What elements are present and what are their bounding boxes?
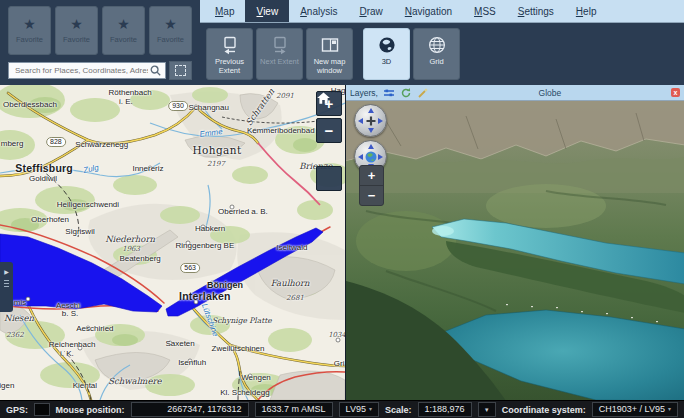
arrow-left-icon [358, 118, 363, 124]
ribbon: Previous ExtentNext ExtentNew map window… [200, 23, 684, 85]
tab-navigation[interactable]: Navigation [394, 0, 463, 22]
tab-view[interactable]: View [245, 0, 289, 22]
previous-extent-icon [220, 34, 240, 55]
select-extent-button[interactable] [169, 61, 192, 80]
ribbon-button-grid[interactable]: Grid [413, 28, 460, 80]
star-icon: ★ [164, 18, 177, 31]
arrow-right-icon [378, 118, 383, 124]
refresh-icon[interactable] [400, 87, 412, 99]
gps-label: GPS: [6, 405, 28, 415]
ribbon-button-previous-extent[interactable]: Previous Extent [206, 28, 253, 80]
topbar: ★Favorite★Favorite★Favorite★Favorite Map… [0, 0, 684, 85]
globe-panel: Layers, Globe x [345, 85, 684, 400]
favorites-row: ★Favorite★Favorite★Favorite★Favorite [8, 6, 192, 55]
panel-handle[interactable]: ▶ [0, 262, 13, 312]
statusbar: GPS: Mouse position: 2667347, 1176312 16… [0, 400, 684, 418]
search-icon[interactable] [150, 65, 161, 76]
ribbon-button-label: 3D [382, 57, 392, 66]
tab-draw[interactable]: Draw [348, 0, 393, 22]
next-extent-icon [270, 34, 290, 55]
app-window: ★Favorite★Favorite★Favorite★Favorite Map… [0, 0, 684, 418]
ribbon-button-3d[interactable]: 3D [363, 28, 410, 80]
globe-zoom-in-button[interactable]: + [360, 166, 383, 185]
favorite-button-3[interactable]: ★Favorite [102, 6, 145, 55]
arrow-right-icon: ▶ [4, 269, 9, 275]
arrow-up-icon [368, 144, 374, 149]
search-box [8, 62, 166, 79]
home-button[interactable] [316, 166, 342, 191]
globe-grid-icon [427, 34, 447, 55]
close-button[interactable]: x [671, 88, 680, 97]
zoom-out-button[interactable]: − [316, 118, 342, 143]
arrow-left-icon [358, 154, 363, 160]
tab-mss[interactable]: MSS [463, 0, 507, 22]
panel-handle-ticks [4, 280, 9, 287]
globe-3d-canvas [346, 101, 684, 400]
star-icon: ★ [23, 18, 36, 31]
mouse-position-label: Mouse position: [56, 405, 125, 415]
globe-3d-view[interactable]: + − [346, 101, 684, 400]
ribbon-button-label: Previous Extent [207, 57, 252, 76]
chevron-down-icon: ▾ [668, 404, 671, 415]
favorite-button-2[interactable]: ★Favorite [55, 6, 98, 55]
favorite-label: Favorite [157, 35, 184, 44]
tab-map[interactable]: Map [204, 0, 245, 22]
favorite-label: Favorite [16, 35, 43, 44]
scale-dropdown-button[interactable]: ▼ [478, 402, 496, 417]
main-area: OberdiessbachRöthenbachi. E.930Schangnau… [0, 85, 684, 400]
pan-cross-icon [365, 115, 376, 126]
map-2d-canvas [0, 85, 345, 400]
globe-title: Globe [434, 88, 666, 98]
map-2d-view[interactable]: OberdiessbachRöthenbachi. E.930Schangnau… [0, 85, 345, 400]
tab-help[interactable]: Help [565, 0, 608, 22]
elevation-value: 1633.7 m AMSL [255, 402, 333, 417]
globe-header: Layers, Globe x [346, 85, 684, 101]
scale-value[interactable]: 1:188,976 [418, 402, 472, 417]
ribbon-button-label: Next Extent [260, 57, 299, 66]
ribbon-button-label: New map window [307, 57, 352, 76]
ribbon-button-new-map-window[interactable]: New map window [306, 28, 353, 80]
mouse-position-value: 2667347, 1176312 [131, 402, 249, 417]
gps-indicator[interactable] [34, 403, 50, 416]
globe-zoom-out-button[interactable]: − [360, 185, 383, 205]
new-map-window-icon [320, 34, 340, 55]
layer-adjust-icon[interactable] [383, 88, 395, 98]
arrow-down-icon [368, 128, 374, 133]
select-extent-icon [175, 65, 186, 76]
chevron-down-icon: ▼ [484, 407, 490, 413]
globe-zoom-widget: + − [359, 165, 384, 206]
arrow-right-icon [378, 154, 383, 160]
nav-pan-knob[interactable] [354, 104, 387, 137]
coordinate-system-label: Coordinate system: [502, 405, 586, 415]
star-icon: ★ [117, 18, 130, 31]
favorites-panel: ★Favorite★Favorite★Favorite★Favorite [0, 0, 200, 85]
tab-analysis[interactable]: Analysis [289, 0, 348, 22]
arrow-up-icon [368, 108, 374, 113]
vertical-datum-select[interactable]: LV95▾ [339, 402, 379, 417]
globe-3d-icon [377, 34, 397, 55]
coordinate-system-select[interactable]: CH1903+ / LV95▾ [592, 402, 678, 417]
globe-icon [364, 150, 377, 163]
menubar: MapViewAnalysisDrawNavigationMSSSettings… [200, 0, 684, 23]
chevron-down-icon: ▾ [369, 404, 372, 415]
tab-settings[interactable]: Settings [507, 0, 565, 22]
layers-label[interactable]: Layers, [350, 88, 378, 98]
favorite-button-1[interactable]: ★Favorite [8, 6, 51, 55]
ribbon-button-next-extent: Next Extent [256, 28, 303, 80]
scale-label: Scale: [385, 405, 412, 415]
search-input[interactable] [13, 65, 150, 76]
star-icon: ★ [70, 18, 83, 31]
tools-icon[interactable] [417, 87, 429, 99]
close-icon: x [674, 89, 678, 96]
favorite-label: Favorite [63, 35, 90, 44]
favorite-label: Favorite [110, 35, 137, 44]
ribbon-button-label: Grid [429, 57, 443, 66]
favorite-button-4[interactable]: ★Favorite [149, 6, 192, 55]
